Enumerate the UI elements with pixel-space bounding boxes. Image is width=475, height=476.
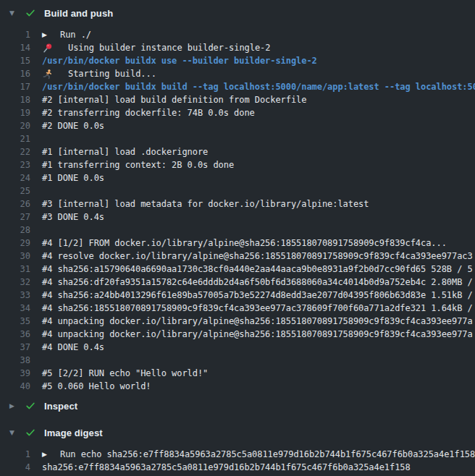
line-content: ▶ Run ./: [42, 28, 91, 41]
log-text: Starting build...: [68, 67, 156, 80]
section-header[interactable]: ▼ Image digest: [0, 423, 475, 442]
line-number-link[interactable]: 39: [0, 367, 30, 380]
line-number-link[interactable]: 36: [0, 328, 30, 341]
line-content: #4 unpacking docker.io/library/alpine@sh…: [42, 328, 473, 341]
log-line: 28: [0, 224, 475, 237]
log-text: #1 transferring context: 2B 0.0s done: [42, 158, 234, 171]
section-inspect: ▶ Inspect: [0, 396, 475, 415]
section-chevron-icon: ▼: [9, 4, 25, 22]
log-text: /usr/bin/docker buildx build --tag local…: [42, 80, 475, 93]
log-text: #3 DONE 0.4s: [42, 211, 104, 224]
line-number-link[interactable]: 26: [0, 197, 30, 211]
log-text: sha256:e7ff8834a5963a2785c5a0811e979d16b…: [42, 461, 411, 474]
line-number-link[interactable]: 16: [0, 67, 30, 80]
line-content: ▶ Run echo sha256:e7ff8834a5963a2785c5a0…: [42, 448, 475, 461]
log-text: #4 sha256:a24bb4013296f61e89ba57005a7b3e…: [42, 289, 473, 302]
line-number-link[interactable]: 34: [0, 302, 30, 315]
line-number-link[interactable]: 40: [0, 380, 30, 393]
log-text: #4 resolve docker.io/library/alpine@sha2…: [42, 250, 473, 263]
line-number-link[interactable]: 24: [0, 171, 30, 184]
log-line: 30 #4 resolve docker.io/library/alpine@s…: [0, 250, 475, 263]
runner-icon: [42, 69, 56, 80]
line-content: #2 transferring dockerfile: 74B 0.0s don…: [42, 106, 255, 119]
line-content: #4 sha256:185518070891758909c9f839cf4ca3…: [42, 302, 473, 315]
log-line: 32 #4 sha256:df20fa9351a15782c64e6dddb2d…: [0, 276, 475, 289]
log-line: 34 #4 sha256:185518070891758909c9f839cf4…: [0, 302, 475, 315]
run-expander-icon[interactable]: ▶: [42, 31, 54, 38]
line-number-link[interactable]: 37: [0, 341, 30, 354]
section-log-lines: 1 ▶ Run ./ 14 Using builder instance bui…: [0, 28, 475, 393]
line-number-link[interactable]: 30: [0, 250, 30, 263]
section-header[interactable]: ▼ Build and push: [0, 4, 475, 22]
log-line: 38: [0, 354, 475, 367]
line-number-link[interactable]: 18: [0, 93, 30, 106]
line-number-link[interactable]: 38: [0, 354, 30, 367]
line-number-link[interactable]: 23: [0, 158, 30, 171]
log-line: 20 #2 DONE 0.0s: [0, 119, 475, 132]
line-number-link[interactable]: 32: [0, 276, 30, 289]
line-number-link[interactable]: 33: [0, 289, 30, 302]
log-text: #3 [internal] load metadata for docker.i…: [42, 197, 369, 211]
log-text: Using builder instance builder-single-2: [68, 41, 270, 54]
section-chevron-icon: ▶: [9, 396, 25, 415]
line-content: /usr/bin/docker buildx build --tag local…: [42, 80, 475, 93]
line-content: #3 [internal] load metadata for docker.i…: [42, 197, 369, 211]
success-check-icon: [25, 8, 44, 18]
actions-log-viewer: ▼ Build and push 1 ▶ Run ./ 14 Using bui…: [0, 0, 475, 476]
log-line: 16 Starting build...: [0, 67, 475, 80]
line-number-link[interactable]: 14: [0, 41, 30, 54]
line-content: /usr/bin/docker buildx use --builder bui…: [42, 54, 317, 67]
line-number-link[interactable]: 21: [0, 132, 30, 145]
log-line: 17 /usr/bin/docker buildx build --tag lo…: [0, 80, 475, 93]
log-text: #2 transferring dockerfile: 74B 0.0s don…: [42, 106, 255, 119]
log-text: Run echo sha256:e7ff8834a5963a2785c5a081…: [60, 448, 475, 461]
line-content: #2 DONE 0.0s: [42, 119, 104, 132]
line-number-link[interactable]: 17: [0, 80, 30, 93]
log-text: #5 [2/2] RUN echo "Hello world!": [42, 367, 208, 380]
line-number-link[interactable]: 28: [0, 224, 30, 237]
section-title: Image digest: [44, 428, 103, 438]
line-content: Using builder instance builder-single-2: [42, 41, 270, 54]
log-line: 36 #4 unpacking docker.io/library/alpine…: [0, 328, 475, 341]
line-number-link[interactable]: 15: [0, 54, 30, 67]
line-number-link[interactable]: 35: [0, 315, 30, 328]
line-number-link[interactable]: 25: [0, 184, 30, 197]
line-number-link[interactable]: 19: [0, 106, 30, 119]
line-content: #1 [internal] load .dockerignore: [42, 145, 208, 158]
line-number-link[interactable]: 31: [0, 263, 30, 276]
log-line: 25: [0, 184, 475, 197]
log-line: 1 ▶ Run echo sha256:e7ff8834a5963a2785c5…: [0, 448, 475, 461]
line-number-link[interactable]: 4: [0, 461, 30, 474]
section-build-and-push: ▼ Build and push 1 ▶ Run ./ 14 Using bui…: [0, 4, 475, 393]
log-line: 15 /usr/bin/docker buildx use --builder …: [0, 54, 475, 67]
line-number-link[interactable]: 20: [0, 119, 30, 132]
log-line: 4 sha256:e7ff8834a5963a2785c5a0811e979d1…: [0, 461, 475, 474]
log-line: 26 #3 [internal] load metadata for docke…: [0, 197, 475, 211]
run-expander-icon[interactable]: ▶: [42, 451, 54, 458]
line-content: #4 sha256:df20fa9351a15782c64e6dddb2d4a6…: [42, 276, 473, 289]
line-number-link[interactable]: 1: [0, 448, 30, 461]
log-text: #2 [internal] load build definition from…: [42, 93, 306, 106]
line-content: #4 sha256:a15790640a6690aa1730c38cf0a440…: [42, 263, 473, 276]
line-content: #4 DONE 0.4s: [42, 341, 104, 354]
log-text: #4 unpacking docker.io/library/alpine@sh…: [42, 315, 473, 328]
log-line: 27 #3 DONE 0.4s: [0, 211, 475, 224]
log-line: 23 #1 transferring context: 2B 0.0s done: [0, 158, 475, 171]
log-text: #4 [1/2] FROM docker.io/library/alpine@s…: [42, 237, 447, 250]
line-number-link[interactable]: 29: [0, 237, 30, 250]
log-text: #4 unpacking docker.io/library/alpine@sh…: [42, 328, 473, 341]
log-line: 35 #4 unpacking docker.io/library/alpine…: [0, 315, 475, 328]
section-title: Inspect: [44, 401, 77, 412]
line-number-link[interactable]: 27: [0, 211, 30, 224]
line-number-link[interactable]: 22: [0, 145, 30, 158]
line-number-link[interactable]: 1: [0, 28, 30, 41]
section-chevron-icon: ▼: [9, 423, 25, 442]
success-check-icon: [25, 401, 44, 411]
log-line: 40 #5 0.060 Hello world!: [0, 380, 475, 393]
section-header[interactable]: ▶ Inspect: [0, 396, 475, 415]
section-image-digest: ▼ Image digest 1 ▶ Run echo sha256:e7ff8…: [0, 423, 475, 474]
line-content: #4 unpacking docker.io/library/alpine@sh…: [42, 315, 473, 328]
log-line: 33 #4 sha256:a24bb4013296f61e89ba57005a7…: [0, 289, 475, 302]
line-content: #2 [internal] load build definition from…: [42, 93, 306, 106]
log-text: #4 sha256:185518070891758909c9f839cf4ca3…: [42, 302, 473, 315]
